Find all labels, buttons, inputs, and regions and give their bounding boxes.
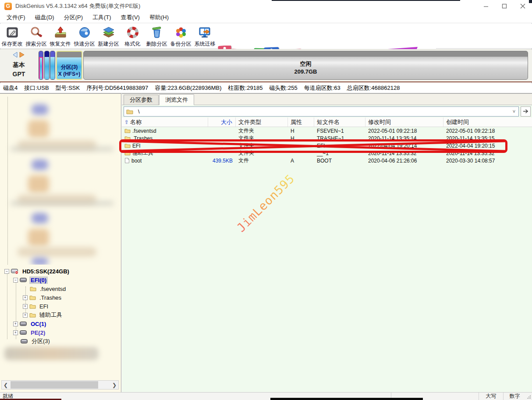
blurred-region <box>1 95 120 265</box>
tree-item-partition-3[interactable]: 分区(3) <box>0 337 51 346</box>
tree-item-label[interactable]: HD5:SSK(224GB) <box>21 268 71 275</box>
disk-serial: 序列号:DD56419883897 <box>86 84 148 92</box>
chevron-down-icon[interactable]: ˅ <box>510 109 518 114</box>
table-header: ⇧ 名称 大小 文件类型 属性 短文件名 修改时间 创建时间 <box>122 117 532 127</box>
partition-block-selected[interactable]: 分区(3) X (HFS+) 12.8GB <box>56 51 82 80</box>
recover-files-button[interactable]: 恢复文件 <box>48 24 72 48</box>
scroll-right-icon[interactable]: ❯ <box>110 382 118 388</box>
disk-capacity: 容量:223.6GB(228936MB) <box>155 84 221 92</box>
folder-icon <box>29 304 36 309</box>
quick-partition-button[interactable]: 快速分区 <box>72 24 96 48</box>
tree-item-folder-fseventsd[interactable]: .fseventsd <box>0 284 67 293</box>
free-space-block[interactable]: 空闲 209.7GB <box>83 51 528 80</box>
new-partition-button[interactable]: 新建分区 <box>96 24 121 48</box>
file-row-efi[interactable]: EFI 文件夹 EFI 2022-04-04 19:20:14 2022-04-… <box>122 142 532 149</box>
system-migration-button[interactable]: 系统迁移 <box>193 24 217 48</box>
column-header-modified[interactable]: 修改时间 <box>365 117 443 127</box>
title-bar: G DiskGenius V5.4.3.1342 x64 免费版(单文件PE版) <box>0 0 532 12</box>
menu-bar: 文件(F) 磁盘(D) 分区(P) 工具(T) 查看(V) 帮助(H) <box>0 12 532 23</box>
tree-item-label[interactable]: EFI(0) <box>29 276 48 284</box>
menu-partition[interactable]: 分区(P) <box>59 13 88 22</box>
new-partition-icon <box>102 25 115 40</box>
tree-item-partition-efi0[interactable]: − EFI(0) <box>0 276 48 284</box>
tree-item-label[interactable]: PE(2) <box>29 329 46 336</box>
tree-item-label[interactable]: 辅助工具 <box>38 311 64 319</box>
partition-block-small-3[interactable] <box>50 51 55 80</box>
file-row-tools[interactable]: 辅助工具 文件夹 __~1 2020-11-14 13:35:32 2020-1… <box>122 149 532 157</box>
disk-interface: 接口:USB <box>24 84 49 92</box>
format-button[interactable]: 格式化 <box>121 24 145 48</box>
toolbar: 保存更改 搜索分区 恢复文件 快速分区 新建分区 格式化 删除分区 <box>0 24 532 49</box>
column-header-name[interactable]: ⇧ 名称 <box>122 117 208 127</box>
collapse-icon[interactable]: − <box>4 269 9 274</box>
desktop-edge-artifact <box>272 0 460 1</box>
status-bar: 就绪 大写 数字 <box>0 392 532 400</box>
tree-item-folder-tools[interactable]: + 辅助工具 <box>0 311 64 319</box>
tree-item-folder-trashes[interactable]: + .Trashes <box>0 293 63 302</box>
tree-item-label[interactable]: OC(1) <box>29 320 47 328</box>
folder-icon <box>126 109 133 114</box>
file-list: .fseventsd 文件夹 H FSEVEN~1 2022-05-01 09:… <box>122 127 532 392</box>
expand-icon[interactable]: + <box>13 322 18 326</box>
tree-item-label[interactable]: 分区(3) <box>30 337 51 346</box>
menu-tools[interactable]: 工具(T) <box>88 13 116 22</box>
column-header-attributes[interactable]: 属性 <box>288 117 314 127</box>
file-row-trashes[interactable]: .Trashes 文件夹 H TRASHE~1 2020-11-14 13:35… <box>122 135 532 142</box>
collapse-icon[interactable]: − <box>13 278 18 283</box>
expand-icon[interactable]: + <box>23 295 28 300</box>
num-lock-indicator: 数字 <box>503 393 526 400</box>
search-partition-button[interactable]: 搜索分区 <box>24 24 48 48</box>
save-changes-button[interactable]: 保存更改 <box>0 24 24 48</box>
sidebar-horizontal-scrollbar[interactable]: ❮ ❯ <box>1 380 119 389</box>
menu-disk[interactable]: 磁盘(D) <box>30 13 59 22</box>
scrollbar-thumb[interactable] <box>11 381 98 389</box>
menu-help[interactable]: 帮助(H) <box>145 13 174 22</box>
maximize-icon[interactable] <box>495 0 514 12</box>
delete-partition-button[interactable]: 删除分区 <box>145 24 169 48</box>
resize-grip[interactable] <box>526 393 532 400</box>
partition-icon <box>20 277 27 283</box>
file-row-fseventsd[interactable]: .fseventsd 文件夹 H FSEVEN~1 2022-05-01 09:… <box>122 127 532 135</box>
partition-block-small-1[interactable] <box>39 51 43 80</box>
partition-icon <box>20 321 27 326</box>
column-header-size[interactable]: 大小 <box>208 117 236 127</box>
tab-partition-params[interactable]: 分区参数 <box>124 95 159 105</box>
path-combobox[interactable]: \ ˅ <box>124 106 519 117</box>
tree-item-folder-efi[interactable]: + EFI <box>0 302 50 311</box>
partition-icon <box>21 339 28 344</box>
tree-item-partition-pe2[interactable]: + PE(2) <box>0 328 46 337</box>
scroll-left-icon[interactable]: ❮ <box>2 382 10 388</box>
desktop-edge-artifact <box>529 0 532 3</box>
folder-icon <box>124 151 131 156</box>
toolbar-label: 系统迁移 <box>195 40 216 48</box>
disk-nav: 基本 GPT <box>0 51 38 79</box>
column-header-created[interactable]: 创建时间 <box>443 117 532 127</box>
free-space-label: 空闲 <box>84 60 528 68</box>
delete-partition-icon <box>150 25 163 40</box>
format-icon <box>127 25 138 40</box>
tree-item-disk-hd5[interactable]: − HD5:SSK(224GB) <box>0 267 71 276</box>
tree-item-label[interactable]: .Trashes <box>38 294 63 301</box>
backup-partition-icon <box>174 25 188 40</box>
tab-browse-files[interactable]: 浏览文件 <box>159 94 194 105</box>
expand-icon[interactable]: + <box>23 313 28 318</box>
menu-file[interactable]: 文件(F) <box>2 13 30 22</box>
minimize-icon[interactable] <box>477 0 495 12</box>
folder-icon <box>29 312 36 318</box>
tree-item-label[interactable]: .fseventsd <box>39 285 67 293</box>
partition-block-small-2[interactable] <box>44 51 50 80</box>
disk-prev-next-icon[interactable] <box>12 52 26 58</box>
current-path: \ <box>138 108 140 115</box>
expand-icon[interactable]: + <box>23 304 28 309</box>
tree-item-partition-oc1[interactable]: + OC(1) <box>0 319 47 328</box>
tree-item-label[interactable]: EFI <box>38 303 50 310</box>
column-header-type[interactable]: 文件类型 <box>236 117 288 127</box>
backup-partition-button[interactable]: 备份分区 <box>169 24 193 48</box>
partition-size: 12.8GB <box>57 78 82 80</box>
path-go-button[interactable] <box>521 106 531 117</box>
menu-view[interactable]: 查看(V) <box>116 13 145 22</box>
file-row-boot[interactable]: boot 439.5KB 文件 A BOOT 2020-04-06 21:26:… <box>122 157 532 164</box>
expand-icon[interactable]: + <box>13 330 18 335</box>
column-header-shortname[interactable]: 短文件名 <box>314 117 365 127</box>
partition-fs: X (HFS+) <box>57 71 82 78</box>
